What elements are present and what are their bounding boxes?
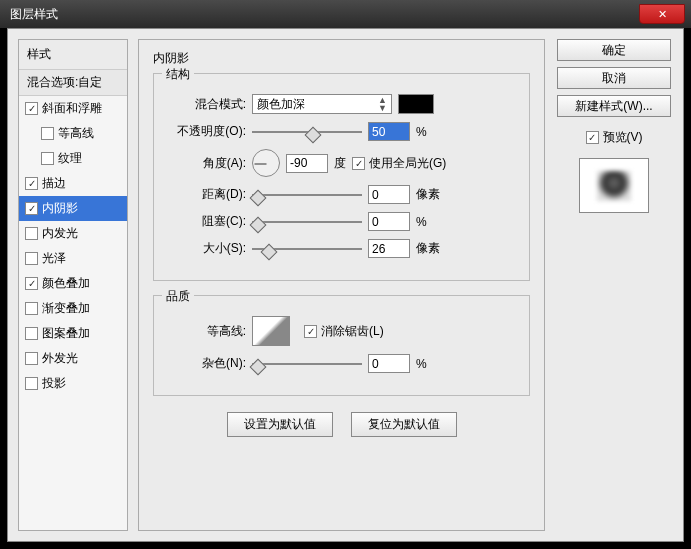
sidebar-item-label: 斜面和浮雕	[42, 100, 102, 117]
noise-slider[interactable]	[252, 356, 362, 372]
structure-title: 结构	[162, 66, 194, 83]
choke-slider[interactable]	[252, 214, 362, 230]
right-panel: 确定 取消 新建样式(W)... 预览(V)	[555, 39, 673, 531]
size-slider[interactable]	[252, 241, 362, 257]
sidebar-item-label: 描边	[42, 175, 66, 192]
quality-fieldset: 品质 等高线: 消除锯齿(L) 杂色(N): 0 %	[153, 295, 530, 396]
layer-style-dialog: 图层样式 ✕ 样式 混合选项:自定 斜面和浮雕等高线纹理描边内阴影内发光光泽颜色…	[0, 0, 691, 549]
panel-title: 内阴影	[153, 50, 530, 67]
blend-mode-label: 混合模式:	[164, 96, 246, 113]
distance-label: 距离(D):	[164, 186, 246, 203]
noise-unit: %	[416, 357, 427, 371]
sidebar-item-7[interactable]: 颜色叠加	[19, 271, 127, 296]
sidebar-item-label: 渐变叠加	[42, 300, 90, 317]
sidebar-checkbox-9[interactable]	[25, 327, 38, 340]
antialias-checkbox[interactable]	[304, 325, 317, 338]
shadow-color-swatch[interactable]	[398, 94, 434, 114]
sidebar-item-label: 等高线	[58, 125, 94, 142]
opacity-label: 不透明度(O):	[164, 123, 246, 140]
sidebar-item-3[interactable]: 描边	[19, 171, 127, 196]
sidebar-header: 样式	[19, 40, 127, 70]
sidebar-item-label: 内发光	[42, 225, 78, 242]
cancel-button[interactable]: 取消	[557, 67, 671, 89]
choke-unit: %	[416, 215, 427, 229]
new-style-button[interactable]: 新建样式(W)...	[557, 95, 671, 117]
sidebar-item-label: 光泽	[42, 250, 66, 267]
sidebar-blending-options[interactable]: 混合选项:自定	[19, 70, 127, 96]
sidebar-checkbox-3[interactable]	[25, 177, 38, 190]
sidebar-item-label: 投影	[42, 375, 66, 392]
choke-input[interactable]: 0	[368, 212, 410, 231]
structure-fieldset: 结构 混合模式: 颜色加深 ▲▼ 不透明度(O): 50 % 角度(	[153, 73, 530, 281]
distance-slider[interactable]	[252, 187, 362, 203]
window-title: 图层样式	[10, 6, 58, 23]
sidebar-item-label: 内阴影	[42, 200, 78, 217]
sidebar-checkbox-6[interactable]	[25, 252, 38, 265]
sidebar-item-label: 图案叠加	[42, 325, 90, 342]
global-light-checkbox[interactable]	[352, 157, 365, 170]
dialog-body: 样式 混合选项:自定 斜面和浮雕等高线纹理描边内阴影内发光光泽颜色叠加渐变叠加图…	[7, 28, 684, 542]
contour-label: 等高线:	[164, 323, 246, 340]
sidebar-item-label: 颜色叠加	[42, 275, 90, 292]
angle-unit: 度	[334, 155, 346, 172]
sidebar-item-5[interactable]: 内发光	[19, 221, 127, 246]
styles-sidebar: 样式 混合选项:自定 斜面和浮雕等高线纹理描边内阴影内发光光泽颜色叠加渐变叠加图…	[18, 39, 128, 531]
sidebar-checkbox-1[interactable]	[41, 127, 54, 140]
opacity-input[interactable]: 50	[368, 122, 410, 141]
titlebar: 图层样式 ✕	[0, 0, 691, 28]
sidebar-item-9[interactable]: 图案叠加	[19, 321, 127, 346]
choke-label: 阻塞(C):	[164, 213, 246, 230]
sidebar-checkbox-4[interactable]	[25, 202, 38, 215]
sidebar-item-label: 纹理	[58, 150, 82, 167]
noise-label: 杂色(N):	[164, 355, 246, 372]
size-label: 大小(S):	[164, 240, 246, 257]
dropdown-icon: ▲▼	[378, 96, 387, 112]
preview-image	[597, 171, 631, 201]
sidebar-item-0[interactable]: 斜面和浮雕	[19, 96, 127, 121]
blend-mode-select[interactable]: 颜色加深 ▲▼	[252, 94, 392, 114]
size-input[interactable]: 26	[368, 239, 410, 258]
sidebar-item-label: 外发光	[42, 350, 78, 367]
distance-unit: 像素	[416, 186, 440, 203]
sidebar-item-8[interactable]: 渐变叠加	[19, 296, 127, 321]
sidebar-checkbox-2[interactable]	[41, 152, 54, 165]
ok-button[interactable]: 确定	[557, 39, 671, 61]
sidebar-checkbox-5[interactable]	[25, 227, 38, 240]
reset-default-button[interactable]: 复位为默认值	[351, 412, 457, 437]
global-light-label: 使用全局光(G)	[369, 155, 446, 172]
preview-box	[579, 158, 649, 213]
antialias-label: 消除锯齿(L)	[321, 323, 384, 340]
preview-label: 预览(V)	[603, 129, 643, 146]
angle-label: 角度(A):	[164, 155, 246, 172]
noise-input[interactable]: 0	[368, 354, 410, 373]
opacity-slider[interactable]	[252, 124, 362, 140]
make-default-button[interactable]: 设置为默认值	[227, 412, 333, 437]
opacity-unit: %	[416, 125, 427, 139]
sidebar-checkbox-0[interactable]	[25, 102, 38, 115]
sidebar-checkbox-8[interactable]	[25, 302, 38, 315]
angle-input[interactable]: -90	[286, 154, 328, 173]
distance-input[interactable]: 0	[368, 185, 410, 204]
size-unit: 像素	[416, 240, 440, 257]
preview-checkbox[interactable]	[586, 131, 599, 144]
angle-dial[interactable]	[252, 149, 280, 177]
sidebar-item-11[interactable]: 投影	[19, 371, 127, 396]
sidebar-item-6[interactable]: 光泽	[19, 246, 127, 271]
close-button[interactable]: ✕	[639, 4, 685, 24]
sidebar-item-1[interactable]: 等高线	[19, 121, 127, 146]
sidebar-item-2[interactable]: 纹理	[19, 146, 127, 171]
main-panel: 内阴影 结构 混合模式: 颜色加深 ▲▼ 不透明度(O): 50 %	[138, 39, 545, 531]
contour-picker[interactable]	[252, 316, 290, 346]
sidebar-checkbox-7[interactable]	[25, 277, 38, 290]
sidebar-item-10[interactable]: 外发光	[19, 346, 127, 371]
sidebar-item-4[interactable]: 内阴影	[19, 196, 127, 221]
quality-title: 品质	[162, 288, 194, 305]
sidebar-checkbox-11[interactable]	[25, 377, 38, 390]
sidebar-checkbox-10[interactable]	[25, 352, 38, 365]
